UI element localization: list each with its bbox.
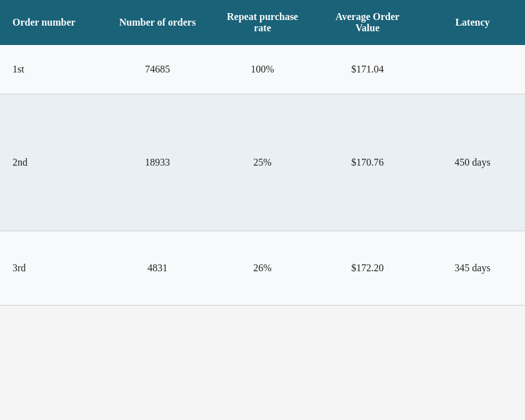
header-avg-order: Average Order Value [315, 0, 420, 45]
header-latency: Latency [420, 0, 525, 45]
avg-order-cell: $170.76 [315, 94, 420, 231]
latency-cell: 345 days [420, 231, 525, 306]
header-num-orders: Number of orders [105, 0, 210, 45]
header-order-number: Order number [0, 0, 105, 45]
num-orders-cell: 4831 [105, 231, 210, 306]
avg-order-cell: $171.04 [315, 45, 420, 94]
orders-table: Order number Number of orders Repeat pur… [0, 0, 525, 306]
table-row: 1st 74685 100% $171.04 [0, 45, 525, 94]
order-number-cell: 1st [0, 45, 105, 94]
order-number-cell: 2nd [0, 94, 105, 231]
num-orders-cell: 18933 [105, 94, 210, 231]
repeat-rate-cell: 26% [210, 231, 315, 306]
table-row: 2nd 18933 25% $170.76 450 days [0, 94, 525, 231]
header-repeat-rate: Repeat purchase rate [210, 0, 315, 45]
table-row: 3rd 4831 26% $172.20 345 days [0, 231, 525, 306]
repeat-rate-cell: 25% [210, 94, 315, 231]
order-number-cell: 3rd [0, 231, 105, 306]
latency-cell [420, 45, 525, 94]
avg-order-cell: $172.20 [315, 231, 420, 306]
num-orders-cell: 74685 [105, 45, 210, 94]
latency-cell: 450 days [420, 94, 525, 231]
table-header-row: Order number Number of orders Repeat pur… [0, 0, 525, 45]
repeat-rate-cell: 100% [210, 45, 315, 94]
